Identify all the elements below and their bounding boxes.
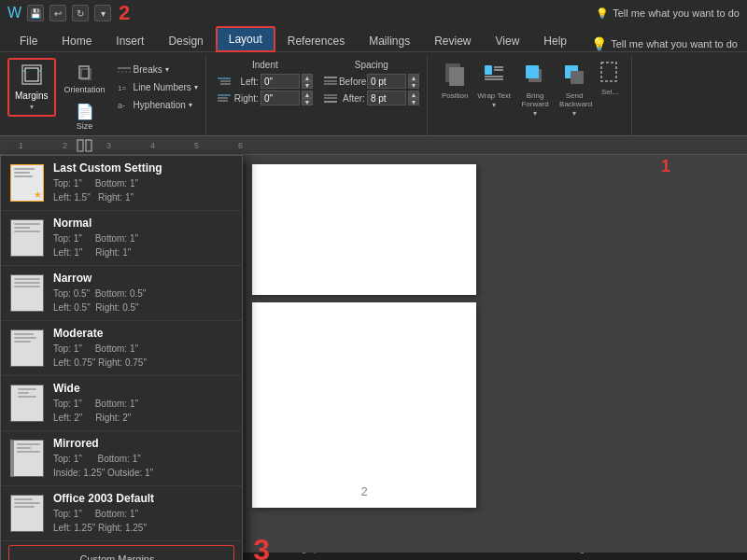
tab-file[interactable]: File [7,29,49,52]
custom-margins-button[interactable]: Custom Margins... [8,545,234,560]
margins-icon [21,63,43,89]
right-page-area: 2 [243,155,486,553]
save-button[interactable]: 💾 [27,5,44,21]
margin-mirrored-text: Mirrored Top: 1" Bottom: 1"Inside: 1.25"… [53,437,153,480]
bring-forward-arrow: ▾ [533,109,537,118]
tab-design[interactable]: Design [156,29,215,52]
indent-label: Indent [218,60,313,70]
orientation-button[interactable]: Orientation [60,62,110,97]
indent-right-spinner[interactable]: ▲ ▼ [302,91,313,105]
send-backward-arrow: ▾ [572,109,576,118]
spacing-before-row: Before: 0 pt ▲ ▼ [324,74,419,89]
svg-rect-1 [25,68,38,81]
tab-insert[interactable]: Insert [104,29,156,52]
margin-wide[interactable]: Wide Top: 1" Bottom: 1"Left: 2" Right: 2… [1,376,242,431]
position-label: Position [442,91,468,100]
indent-left-row: Left: 0" ▲ ▼ [218,74,313,89]
spacing-label: Spacing [324,60,419,70]
margin-mirrored[interactable]: Mirrored Top: 1" Bottom: 1"Inside: 1.25"… [1,431,242,486]
spacing-before-input[interactable]: 0 pt [367,74,406,89]
indent-left-up[interactable]: ▲ [302,74,313,81]
tab-home[interactable]: Home [49,29,104,52]
spacing-after-down[interactable]: ▼ [408,98,419,105]
bring-forward-button[interactable]: Bring Forward ▾ [517,60,553,119]
position-button[interactable]: Position [439,60,471,102]
annotation-1: 1 [661,157,670,176]
svg-rect-35 [601,63,616,81]
margin-normal-icon [10,219,44,257]
indent-right-row: Right: 0" ▲ ▼ [218,91,313,105]
indent-right-down[interactable]: ▼ [302,98,313,105]
wrap-text-icon [483,62,505,91]
annotation-3: 3 [253,533,270,560]
hyphenation-button[interactable]: a- Hyphenation ▾ [114,99,202,111]
wrap-text-arrow: ▾ [492,101,496,109]
margin-last-custom[interactable]: ★ Last Custom Setting Top: 1" Bottom: 1"… [1,156,242,211]
tab-layout[interactable]: Layout [216,26,275,52]
spacing-before-up[interactable]: ▲ [408,74,419,81]
document-page-top [252,164,476,295]
spacing-before-label: Before: [339,77,365,87]
indent-left-input[interactable]: 0" [261,74,300,89]
redo-button[interactable]: ↻ [72,5,89,21]
margin-office2003[interactable]: Office 2003 Default Top: 1" Bottom: 1"Le… [1,486,242,541]
wrap-text-label: Wrap Text [477,91,511,100]
spacing-before-spinner[interactable]: ▲ ▼ [408,74,419,89]
document-area: ★ Last Custom Setting Top: 1" Bottom: 1"… [0,155,747,553]
tab-mailings[interactable]: Mailings [357,29,422,52]
line-numbers-button[interactable]: 1= Line Numbers ▾ [114,81,202,93]
indent-left-down[interactable]: ▼ [302,81,313,89]
margin-normal-text: Normal Top: 1" Bottom: 1"Left: 1" Right:… [53,217,138,259]
select-icon [600,62,619,87]
breaks-arrow: ▾ [165,65,169,74]
indent-right-label: Right: [233,93,259,104]
margin-narrow-text: Narrow Top: 0.5" Bottom: 0.5"Left: 0.5" … [53,272,146,315]
ruler-marks: 123456 [9,141,252,150]
margins-dropdown: ★ Last Custom Setting Top: 1" Bottom: 1"… [0,155,243,560]
indent-right-input[interactable]: 0" [261,91,300,105]
hyphenation-label: Hyphenation [134,100,186,110]
indent-left-label: Left: [233,77,259,87]
margins-dropdown-arrow: ▾ [30,103,34,111]
indent-left-spinner[interactable]: ▲ ▼ [302,74,313,89]
tab-references[interactable]: References [275,29,357,52]
document-page-bottom: 2 [252,302,476,508]
spacing-before-down[interactable]: ▼ [408,81,419,89]
undo-button[interactable]: ↩ [49,5,66,21]
margin-moderate-icon [10,329,44,367]
ribbon: Margins ▾ Orientation 📄 Size [0,52,747,136]
size-button[interactable]: 📄 Size [60,100,110,133]
svg-text:1=: 1= [118,84,126,92]
send-backward-button[interactable]: Send Backward ▾ [557,60,592,119]
arrange-group: Position Wrap Text ▾ [431,56,632,135]
margin-wide-icon [10,385,44,422]
tell-me-input: 💡 Tell me what you want to do [596,7,740,20]
margin-moderate[interactable]: Moderate Top: 1" Bottom: 1"Left: 0.75" R… [1,321,242,376]
svg-rect-32 [526,65,539,78]
tab-help[interactable]: Help [531,29,579,52]
margin-narrow[interactable]: Narrow Top: 0.5" Bottom: 0.5"Left: 0.5" … [1,266,242,321]
margin-narrow-icon [10,274,44,312]
tab-view[interactable]: View [484,29,532,52]
indent-right-up[interactable]: ▲ [302,91,313,98]
margins-button[interactable]: Margins ▾ [7,58,56,117]
select-label: Sel... [601,88,618,96]
quickaccess-dropdown[interactable]: ▾ [94,5,111,21]
svg-rect-34 [571,71,584,84]
spacing-after-row: After: 8 pt ▲ ▼ [324,91,419,105]
breaks-button[interactable]: Breaks ▾ [114,63,202,76]
select-button[interactable]: Sel... [596,60,624,98]
margin-office2003-icon [10,495,44,532]
spacing-after-input[interactable]: 8 pt [367,91,406,105]
page-setup-group: Margins ▾ Orientation 📄 Size [4,56,206,135]
margin-office2003-text: Office 2003 Default Top: 1" Bottom: 1"Le… [53,492,154,535]
orientation-label: Orientation [64,85,106,94]
breaks-label: Breaks [134,64,162,75]
tab-review[interactable]: Review [422,29,483,52]
margin-normal[interactable]: Normal Top: 1" Bottom: 1"Left: 1" Right:… [1,211,242,266]
position-icon [444,62,466,91]
spacing-after-up[interactable]: ▲ [408,91,419,98]
margin-last-custom-text: Last Custom Setting Top: 1" Bottom: 1"Le… [53,161,162,204]
spacing-after-spinner[interactable]: ▲ ▼ [408,91,419,105]
wrap-text-button[interactable]: Wrap Text ▾ [474,60,514,111]
